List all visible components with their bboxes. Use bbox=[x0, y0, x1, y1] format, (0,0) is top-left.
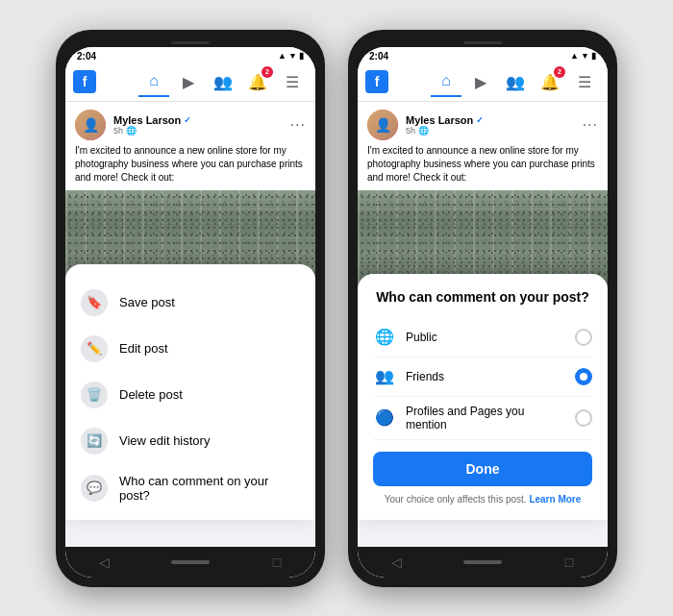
right-groups-icon: 👥 bbox=[506, 73, 525, 91]
right-battery-icon: ▮ bbox=[591, 51, 596, 61]
profiles-icon: 🔵 bbox=[373, 407, 396, 430]
option-public[interactable]: 🌐 Public bbox=[373, 318, 592, 357]
edit-icon: ✏️ bbox=[81, 335, 108, 362]
notification-badge: 2 bbox=[262, 66, 273, 78]
delete-post-label: Delete post bbox=[119, 387, 183, 402]
right-post-text: I'm excited to announce a new online sto… bbox=[358, 144, 608, 190]
view-edit-history-label: View edit history bbox=[119, 433, 210, 448]
friends-icon: 👥 bbox=[373, 365, 396, 388]
right-comment-dialog: Who can comment on your post? 🌐 Public 👥… bbox=[358, 274, 608, 520]
right-phone-top bbox=[358, 39, 608, 47]
scene: 2:04 ▲ ▾ ▮ f ⌂ bbox=[0, 0, 673, 616]
left-post-area: 👤 Myles Larson ✓ 5h 🌐 · bbox=[65, 102, 315, 547]
nav-groups[interactable]: 👥 bbox=[208, 66, 238, 97]
right-post-more-btn[interactable]: ··· bbox=[583, 116, 598, 134]
left-status-icons: ▲ ▾ ▮ bbox=[278, 51, 304, 61]
right-phone-bottom-nav: ◁ □ bbox=[358, 547, 608, 578]
right-nav-groups[interactable]: 👥 bbox=[500, 66, 531, 97]
footer-text: Your choice only affects this post. bbox=[385, 494, 527, 505]
radio-inner-dot bbox=[580, 373, 587, 381]
right-status-icons: ▲ ▾ ▮ bbox=[570, 51, 596, 61]
right-status-bar: 2:04 ▲ ▾ ▮ bbox=[358, 47, 608, 63]
left-bottom-sheet: 🔖 Save post ✏️ Edit post 🗑️ Delete post … bbox=[65, 264, 315, 520]
left-phone-screen: 2:04 ▲ ▾ ▮ f ⌂ bbox=[65, 47, 315, 578]
right-speaker bbox=[463, 41, 502, 44]
fb-logo[interactable]: f bbox=[73, 70, 96, 93]
recent-btn[interactable]: □ bbox=[267, 553, 287, 572]
nav-menu[interactable]: ☰ bbox=[277, 66, 308, 97]
public-radio[interactable] bbox=[575, 329, 592, 346]
right-post-card: 👤 Myles Larson ✓ 5h 🌐 · bbox=[358, 102, 608, 296]
option-friends[interactable]: 👥 Friends bbox=[373, 357, 592, 397]
menu-icon: ☰ bbox=[286, 73, 299, 91]
bookmark-icon: 🔖 bbox=[81, 289, 108, 316]
done-button[interactable]: Done bbox=[373, 452, 592, 486]
right-post-header: 👤 Myles Larson ✓ 5h 🌐 · bbox=[358, 102, 608, 144]
right-verified-badge: ✓ bbox=[476, 115, 484, 125]
right-back-btn[interactable]: ◁ bbox=[386, 553, 406, 572]
left-status-bar: 2:04 ▲ ▾ ▮ bbox=[65, 47, 315, 63]
fb-logo-wrap: f bbox=[73, 70, 96, 93]
right-home-pill[interactable] bbox=[463, 560, 502, 564]
learn-more-link[interactable]: Learn More bbox=[529, 494, 581, 505]
menu-edit-post[interactable]: ✏️ Edit post bbox=[65, 326, 315, 372]
public-label: Public bbox=[406, 331, 565, 344]
save-post-label: Save post bbox=[119, 295, 175, 309]
edit-post-label: Edit post bbox=[119, 341, 168, 356]
menu-save-post[interactable]: 🔖 Save post bbox=[65, 280, 315, 326]
verified-badge: ✓ bbox=[184, 115, 191, 125]
right-status-time: 2:04 bbox=[369, 51, 388, 62]
right-menu-icon: ☰ bbox=[578, 73, 591, 91]
groups-icon: 👥 bbox=[213, 73, 233, 91]
right-post-time: 5h 🌐 bbox=[406, 126, 575, 136]
privacy-icon: 🌐 bbox=[126, 126, 137, 136]
comment-icon: 💬 bbox=[81, 475, 108, 502]
right-phone: 2:04 ▲ ▾ ▮ f ⌂ bbox=[348, 30, 617, 587]
right-fb-logo-wrap: f bbox=[365, 70, 388, 93]
right-nav-notifications[interactable]: 🔔 2 bbox=[535, 66, 565, 97]
nav-notifications[interactable]: 🔔 2 bbox=[242, 66, 273, 97]
right-privacy-icon: 🌐 bbox=[418, 126, 429, 136]
left-avatar: 👤 bbox=[75, 110, 106, 140]
right-avatar-image: 👤 bbox=[367, 110, 398, 140]
right-phone-screen: 2:04 ▲ ▾ ▮ f ⌂ bbox=[358, 47, 608, 578]
profiles-label: Profiles and Pages you mention bbox=[406, 405, 565, 431]
right-nav-menu[interactable]: ☰ bbox=[569, 66, 600, 97]
signal-icon: ▲ bbox=[278, 51, 287, 61]
home-pill[interactable] bbox=[171, 560, 210, 564]
history-icon: 🔄 bbox=[81, 428, 108, 455]
left-fb-nav: f ⌂ ▶ 👥 🔔 2 bbox=[65, 63, 315, 102]
option-profiles-pages[interactable]: 🔵 Profiles and Pages you mention bbox=[373, 397, 592, 440]
video-icon: ▶ bbox=[183, 73, 194, 91]
wifi-icon: ▾ bbox=[290, 51, 295, 61]
left-nav-icons: ⌂ ▶ 👥 🔔 2 ☰ bbox=[138, 66, 308, 97]
right-avatar: 👤 bbox=[367, 110, 398, 140]
left-post-author: Myles Larson ✓ bbox=[113, 114, 283, 126]
left-phone-bottom-nav: ◁ □ bbox=[65, 547, 315, 578]
right-post-author: Myles Larson ✓ bbox=[406, 114, 575, 126]
nav-home[interactable]: ⌂ bbox=[138, 66, 169, 97]
left-post-header: 👤 Myles Larson ✓ 5h 🌐 · bbox=[65, 102, 315, 144]
left-post-more-btn[interactable]: ··· bbox=[290, 116, 306, 134]
left-post-text: I'm excited to announce a new online sto… bbox=[65, 144, 315, 190]
right-nav-video[interactable]: ▶ bbox=[465, 66, 496, 97]
nav-video[interactable]: ▶ bbox=[173, 66, 204, 97]
trash-icon: 🗑️ bbox=[81, 382, 108, 408]
right-post-area: 👤 Myles Larson ✓ 5h 🌐 · bbox=[358, 102, 608, 547]
right-recent-btn[interactable]: □ bbox=[560, 553, 579, 572]
menu-delete-post[interactable]: 🗑️ Delete post bbox=[65, 372, 315, 418]
friends-radio[interactable] bbox=[575, 368, 592, 385]
right-nav-home[interactable]: ⌂ bbox=[431, 66, 461, 97]
right-nav-icons: ⌂ ▶ 👥 🔔 2 ☰ bbox=[431, 66, 600, 97]
battery-icon: ▮ bbox=[299, 51, 304, 61]
profiles-radio[interactable] bbox=[575, 409, 592, 427]
right-wifi-icon: ▾ bbox=[583, 51, 587, 61]
friends-label: Friends bbox=[406, 370, 565, 383]
right-notification-badge: 2 bbox=[554, 66, 565, 78]
back-btn[interactable]: ◁ bbox=[94, 553, 113, 572]
right-video-icon: ▶ bbox=[475, 73, 486, 91]
right-fb-logo[interactable]: f bbox=[365, 70, 388, 93]
left-post-meta: Myles Larson ✓ 5h 🌐 bbox=[113, 114, 283, 136]
menu-who-can-comment[interactable]: 💬 Who can comment on your post? bbox=[65, 464, 315, 512]
menu-view-edit-history[interactable]: 🔄 View edit history bbox=[65, 418, 315, 464]
